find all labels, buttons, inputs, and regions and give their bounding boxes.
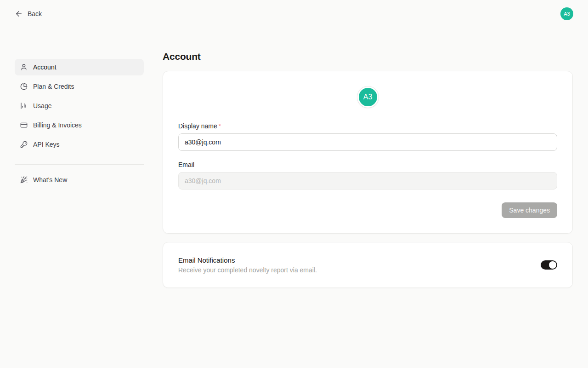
sidebar-item-label: Usage [33,102,51,109]
required-asterisk: * [219,122,221,130]
page-title: Account [163,52,573,62]
email-notifications-description: Receive your completed novelty report vi… [178,266,317,274]
form-actions: Save changes [178,202,557,218]
sidebar-item-label: API Keys [33,141,60,148]
email-notifications-text: Email Notifications Receive your complet… [178,256,317,274]
settings-sidebar: Account Plan & Credits Usage Billing & I… [15,28,144,191]
sidebar-divider [15,164,144,165]
sidebar-item-api-keys[interactable]: API Keys [15,136,144,153]
back-button[interactable]: Back [15,10,42,18]
email-label: Email [178,161,557,168]
pie-chart-icon [20,83,28,90]
topbar: Back A3 [0,0,588,28]
toggle-knob [549,261,556,269]
sidebar-item-whats-new[interactable]: What's New [15,172,144,188]
user-icon [20,63,28,71]
back-label: Back [28,10,42,17]
sidebar-item-label: Account [33,63,57,71]
profile-avatar: A3 [357,86,379,108]
avatar-wrap: A3 [178,86,557,108]
sidebar-item-label: Plan & Credits [33,83,74,90]
bar-chart-icon [20,102,28,109]
page-layout: Account Plan & Credits Usage Billing & I… [0,28,588,288]
display-name-label: Display name* [178,122,557,130]
sidebar-item-label: Billing & Invoices [33,121,82,129]
email-notifications-card: Email Notifications Receive your complet… [163,242,573,288]
display-name-label-text: Display name [178,122,217,130]
main-content: Account A3 Display name* Email Save chan… [163,28,573,288]
sidebar-item-plan-credits[interactable]: Plan & Credits [15,78,144,95]
display-name-input[interactable] [178,133,557,151]
sidebar-item-billing-invoices[interactable]: Billing & Invoices [15,117,144,133]
party-popper-icon [20,176,28,184]
email-field-group: Email [178,161,557,190]
profile-card: A3 Display name* Email Save changes [163,71,573,234]
save-changes-button[interactable]: Save changes [502,202,557,218]
user-avatar[interactable]: A3 [560,7,573,20]
arrow-left-icon [15,10,23,18]
sidebar-item-account[interactable]: Account [15,59,144,75]
sidebar-item-label: What's New [33,176,67,184]
display-name-field-group: Display name* [178,122,557,151]
email-notifications-toggle[interactable] [541,260,557,270]
email-input [178,172,557,190]
sidebar-item-usage[interactable]: Usage [15,98,144,114]
key-icon [20,141,28,148]
email-notifications-title: Email Notifications [178,256,317,264]
credit-card-icon [20,121,28,129]
